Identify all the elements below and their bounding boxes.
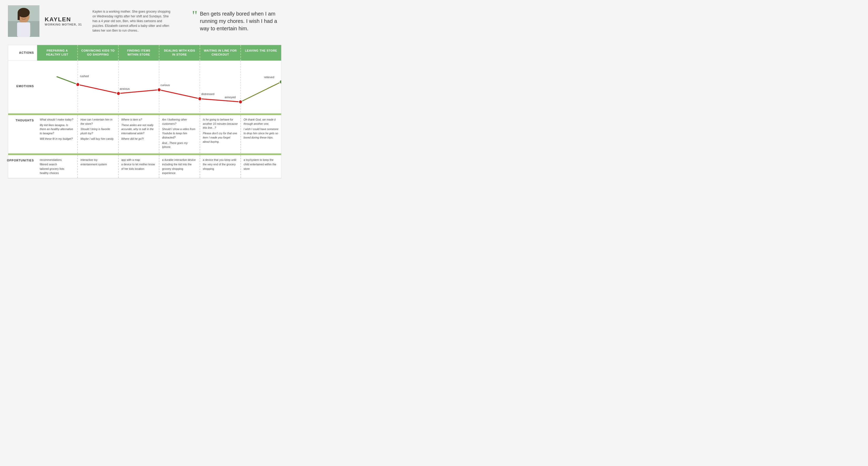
page: KAYLEN WORKING MOTHER, 31 Kaylen is a wo… [0, 0, 289, 184]
svg-point-19 [157, 88, 161, 92]
quote-mark: " [192, 9, 197, 22]
opportunities-row: OPPORTUNITIES recommendations filtered s… [8, 155, 281, 178]
svg-line-14 [159, 90, 200, 99]
opportunity-cell: recommendations filtered search tailored… [37, 155, 78, 178]
thoughts-label: THOUGHTS [8, 115, 37, 153]
emotions-chart: rushedanxiouscuriousdistressedannoyedrel… [37, 61, 281, 114]
svg-point-21 [239, 100, 242, 104]
svg-point-20 [198, 97, 202, 100]
emotion-label: distressed [201, 92, 214, 95]
action-cell: CONVINCING KIDS TO GO SHOPPING [78, 45, 119, 61]
thought-cell: What should I make today?My kid likes la… [37, 115, 78, 153]
quote-block: " Ben gets really bored when I am runnin… [192, 10, 281, 32]
emotion-label: rushed [80, 75, 89, 78]
svg-point-18 [117, 92, 120, 95]
thought-cell: Where is item a?These aisles are not rea… [119, 115, 159, 153]
action-cell: LEAVING THE STORE [241, 45, 281, 61]
svg-point-22 [279, 80, 281, 84]
emotion-label: annoyed [225, 95, 236, 99]
action-cell: WAITING IN LINE FOR CHECKOUT [200, 45, 241, 61]
opportunity-cell: interactive toy entertainment system [78, 155, 119, 178]
svg-point-17 [76, 83, 80, 86]
header: KAYLEN WORKING MOTHER, 31 Kaylen is a wo… [8, 5, 281, 37]
opportunity-cell: a toy/system to keep the child entertain… [241, 155, 281, 178]
thoughts-content: What should I make today?My kid likes la… [37, 115, 281, 153]
thought-cell: How can I entertain him in the store?Sho… [78, 115, 119, 153]
emotions-row: EMOTIONS rushedanxiouscuriousdistresseda… [8, 61, 281, 114]
opportunity-cell: app with a map a device to let mother kn… [119, 155, 159, 178]
opportunity-cell: a durable interactive device including t… [159, 155, 200, 178]
persona-role: WORKING MOTHER, 31 [45, 23, 82, 26]
avatar [8, 5, 39, 37]
emotion-label: relieved [264, 76, 274, 79]
action-cell: FINDING ITEMS WITHIN STORE [119, 45, 159, 61]
emotions-label: EMOTIONS [8, 61, 37, 113]
thoughts-row: THOUGHTS What should I make today?My kid… [8, 115, 281, 153]
emotions-content: rushedanxiouscuriousdistressedannoyedrel… [37, 61, 281, 113]
action-cell: PREPARING A HEALTHY LIST [37, 45, 78, 61]
actions-label: ACTIONS [8, 45, 37, 61]
thought-cell: Oh thank God, we made it through another… [241, 115, 281, 153]
svg-line-15 [200, 99, 241, 102]
emotion-label: anxious [120, 87, 130, 90]
svg-rect-5 [17, 22, 30, 37]
svg-rect-4 [18, 12, 20, 20]
action-cell: DEALING WITH KIDS IN STORE [159, 45, 200, 61]
actions-row: ACTIONS PREPARING A HEALTHY LISTCONVINCI… [8, 45, 281, 61]
persona-bio: Kaylen is a working mother. She goes gro… [92, 9, 171, 33]
svg-line-11 [57, 77, 78, 85]
journey-map: ACTIONS PREPARING A HEALTHY LISTCONVINCI… [8, 45, 281, 178]
actions-content: PREPARING A HEALTHY LISTCONVINCING KIDS … [37, 45, 281, 61]
emotion-label: curious [160, 84, 169, 87]
emotions-svg [37, 61, 281, 114]
opportunities-label: OPPORTUNITIES [8, 155, 37, 178]
svg-line-13 [118, 90, 159, 93]
persona-name: KAYLEN [45, 16, 82, 23]
quote-text: Ben gets really bored when I am running … [200, 10, 281, 32]
persona-info: KAYLEN WORKING MOTHER, 31 [45, 16, 82, 26]
svg-line-12 [78, 85, 119, 93]
opportunities-content: recommendations filtered search tailored… [37, 155, 281, 178]
thought-cell: Is he going to behave for another 10 min… [200, 115, 241, 153]
thought-cell: Am I bothering other customers?Should I … [159, 115, 200, 153]
opportunity-cell: a device that you keep until the very en… [200, 155, 241, 178]
svg-line-16 [240, 82, 281, 102]
